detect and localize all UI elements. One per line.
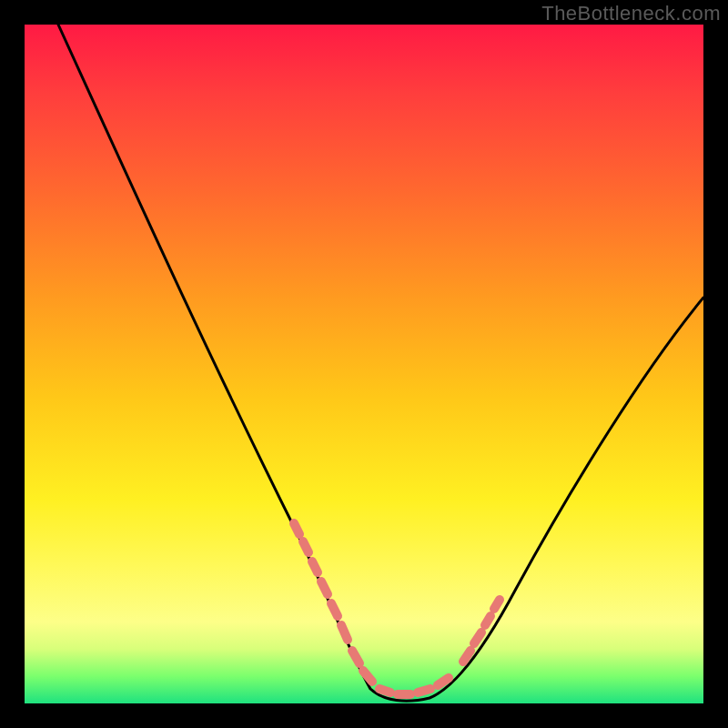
chart-svg [25,25,703,703]
chart-frame: TheBottleneck.com [0,0,728,728]
svg-line-13 [474,632,481,643]
marker-dots [294,523,500,694]
bottleneck-curve [58,25,703,701]
svg-line-6 [352,651,359,663]
svg-line-4 [331,603,338,616]
svg-line-1 [303,541,308,552]
svg-line-2 [312,561,318,572]
svg-line-5 [341,625,348,640]
svg-line-15 [494,600,500,609]
svg-line-10 [418,689,430,693]
plot-area [25,25,703,703]
svg-line-3 [321,581,328,594]
watermark-text: TheBottleneck.com [541,2,721,25]
svg-line-0 [294,523,299,534]
svg-line-8 [379,689,390,693]
svg-line-11 [438,678,449,685]
svg-line-14 [485,616,490,625]
svg-line-12 [463,651,470,662]
